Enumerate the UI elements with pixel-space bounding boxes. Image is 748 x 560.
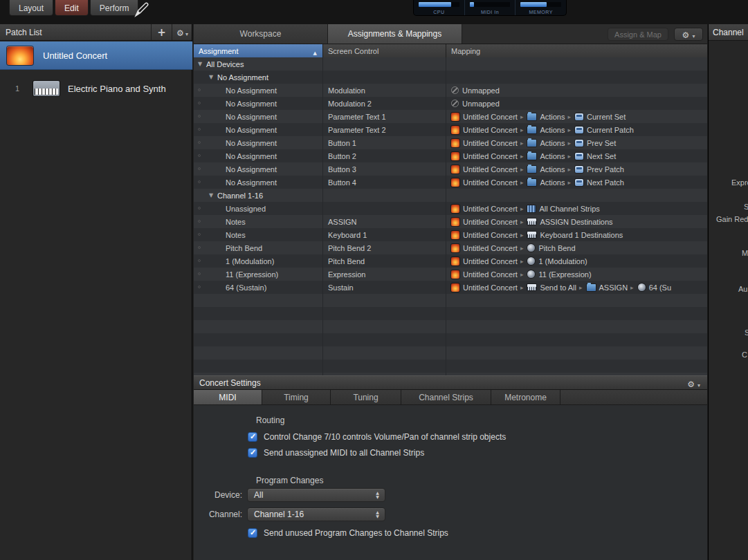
screen-control-label: Keyboard 1 [328, 231, 367, 239]
table-row[interactable]: No AssignmentButton 4Untitled ConcertAct… [194, 176, 707, 189]
mapping-label: Untitled Concert [463, 113, 518, 121]
send-unassigned-checkbox[interactable] [248, 448, 257, 458]
mapping-label: 64 (Su [649, 283, 671, 292]
concert-settings-title: Concert Settings [194, 378, 261, 388]
column-header-mapping[interactable]: Mapping [446, 44, 707, 57]
memory-meter: MEMORY [516, 0, 566, 15]
table-row[interactable]: No AssignmentParameter Text 2Untitled Co… [194, 123, 707, 136]
folder-icon [527, 127, 536, 133]
table-row[interactable]: No AssignmentButton 3Untitled ConcertAct… [194, 162, 707, 176]
tab-workspace[interactable]: Workspace [194, 24, 328, 44]
column-header-screen-control[interactable]: Screen Control [323, 44, 446, 57]
mapping-arrow-icon [567, 153, 571, 160]
patch-number: 1 [11, 84, 24, 93]
patch-list-title: Patch List [0, 28, 42, 37]
edit-mode-button[interactable]: Edit [55, 0, 89, 16]
table-row[interactable]: 1 (Modulation)Pitch BendUntitled Concert… [194, 254, 707, 268]
table-row[interactable]: 64 (Sustain)SustainUntitled ConcertSend … [194, 281, 707, 294]
table-row[interactable]: Channel 1-16 [194, 189, 707, 202]
row-indicator-icon [198, 102, 201, 104]
row-indicator-icon [198, 233, 201, 236]
row-indicator-icon [198, 167, 201, 170]
assignment-cell: No Assignment [194, 123, 323, 136]
concert-list-item[interactable]: Untitled Concert [0, 41, 192, 70]
table-row[interactable]: No AssignmentButton 2Untitled ConcertAct… [194, 149, 707, 162]
row-indicator-icon [198, 180, 201, 183]
tab-channel-strips[interactable]: Channel Strips [401, 390, 491, 404]
patch-list-action-menu-button[interactable] [172, 24, 192, 40]
chevron-down-icon [697, 377, 700, 390]
send-unused-checkbox[interactable] [248, 528, 257, 538]
row-indicator-icon [198, 154, 201, 157]
tab-timing[interactable]: Timing [262, 390, 331, 404]
screen-control-cell [323, 202, 446, 215]
mapping-cell: Untitled ConcertActionsCurrent Patch [446, 123, 707, 136]
assignment-cell [194, 360, 323, 373]
assignment-cell: No Assignment [194, 97, 323, 110]
assignments-action-menu-button[interactable] [674, 28, 703, 41]
tab-midi[interactable]: MIDI [194, 390, 262, 404]
disclosure-triangle-icon[interactable] [198, 61, 206, 67]
tab-assignments-mappings[interactable]: Assignments & Mappings [328, 24, 462, 44]
assignment-cell [194, 294, 323, 307]
disclosure-triangle-icon[interactable] [209, 192, 217, 198]
mapping-label: Next Patch [587, 178, 624, 187]
mapping-cell [446, 360, 707, 373]
mapping-cell [446, 307, 707, 320]
table-row[interactable]: 11 (Expression)ExpressionUntitled Concer… [194, 268, 707, 281]
concert-settings-action-menu-button[interactable] [687, 377, 700, 389]
table-row[interactable]: No Assignment [194, 71, 707, 84]
table-row[interactable]: UnassignedUntitled ConcertAll Channel St… [194, 202, 707, 215]
mapping-arrow-icon [520, 127, 524, 133]
table-row[interactable]: NotesKeyboard 1Untitled ConcertKeyboard … [194, 228, 707, 241]
tab-tuning[interactable]: Tuning [331, 390, 401, 404]
patch-list-item[interactable]: 1 Electric Piano and Synth [0, 70, 192, 107]
screen-control-cell: Sustain [323, 281, 446, 294]
assignment-label: Unassigned [226, 205, 266, 213]
table-row[interactable]: NotesASSIGNUntitled ConcertASSIGN Destin… [194, 215, 707, 228]
column-header-assignment[interactable]: Assignment [194, 44, 323, 57]
table-row[interactable]: All Devices [194, 57, 707, 71]
table-row[interactable]: No AssignmentModulation 2Unmapped [194, 97, 707, 110]
plus-icon [157, 26, 166, 39]
mapping-arrow-icon [630, 284, 634, 291]
column-header-mapping-label: Mapping [451, 47, 480, 55]
screen-control-label: Button 1 [328, 139, 356, 147]
channel-popup-value: Channel 1-16 [248, 510, 304, 519]
folder-icon [527, 140, 536, 147]
layout-mode-button[interactable]: Layout [9, 0, 53, 16]
mapping-cell: Untitled ConcertAll Channel Strips [446, 202, 707, 215]
mapping-label: Prev Set [587, 139, 616, 147]
assignment-cell: No Assignment [194, 136, 323, 149]
mapping-cell: Untitled ConcertPitch Bend [446, 241, 707, 254]
device-popup[interactable]: All [247, 488, 385, 502]
assignment-label: No Assignment [226, 165, 277, 174]
chevron-down-icon [692, 28, 695, 41]
disclosure-triangle-icon[interactable] [209, 74, 217, 80]
cpu-meter: CPU [414, 0, 465, 15]
mapping-cell [446, 333, 707, 346]
device-label: Device: [194, 490, 247, 500]
channel-popup[interactable]: Channel 1-16 [247, 507, 385, 521]
assign-map-button[interactable]: Assign & Map [608, 28, 668, 41]
channel-strip-label-fragment: M [742, 249, 748, 257]
table-row[interactable]: No AssignmentButton 1Untitled ConcertAct… [194, 136, 707, 149]
table-row[interactable]: No AssignmentParameter Text 1Untitled Co… [194, 110, 707, 123]
channel-strip-label-fragment: C [742, 351, 747, 359]
screen-icon [575, 140, 583, 147]
table-row[interactable]: No AssignmentModulationUnmapped [194, 84, 707, 97]
mapping-label: Untitled Concert [463, 257, 518, 265]
mapping-label: Untitled Concert [463, 270, 518, 279]
concert-icon [451, 244, 459, 252]
send-unused-checkbox-row: Send unused Program Changes to Channel S… [248, 528, 448, 539]
pencil-icon[interactable] [134, 1, 150, 17]
table-row[interactable]: Pitch BendPitch Bend 2Untitled ConcertPi… [194, 241, 707, 254]
channel-strip-label-fragment: S [744, 203, 748, 211]
concert-name: Untitled Concert [43, 50, 107, 61]
tab-metronome[interactable]: Metronome [491, 390, 560, 404]
add-patch-button[interactable] [151, 24, 172, 40]
perform-mode-button[interactable]: Perform [90, 0, 139, 16]
assignment-cell: Notes [194, 215, 323, 228]
cc7-10-checkbox[interactable] [248, 432, 257, 442]
folder-icon [527, 166, 536, 173]
